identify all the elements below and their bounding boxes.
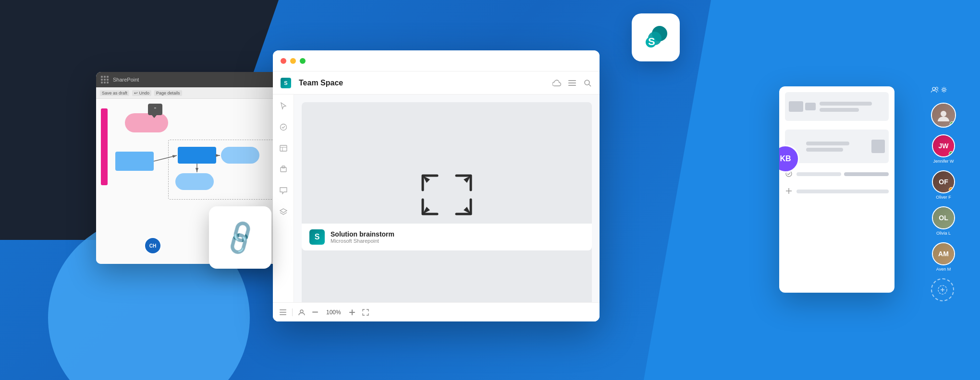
sharepoint-window: SharePoint Save as draft ↩ Undo Page det… (96, 72, 303, 264)
traffic-light-red[interactable] (281, 58, 286, 64)
ua-avatar-aven[interactable]: AM (932, 242, 955, 265)
sp-titlebar: SharePoint (96, 72, 303, 87)
ua-avatar-olivia[interactable]: OL (932, 206, 955, 229)
fullscreen-icon[interactable] (361, 308, 370, 317)
svg-rect-5 (568, 83, 576, 83)
svg-point-32 (936, 87, 938, 90)
search-icon[interactable] (583, 79, 592, 87)
main-window-title: Team Space (299, 79, 343, 87)
svg-text:S: S (648, 36, 655, 48)
diag-rect-blue-2 (178, 147, 216, 164)
sharepoint-svg-icon: S (641, 23, 670, 52)
ua-name-oliver: Oliver F (936, 195, 951, 200)
rp-tool-icon-2 (785, 187, 794, 196)
ua-avatar-main[interactable] (931, 103, 956, 128)
table-icon[interactable] (278, 142, 289, 154)
add-user-button[interactable] (931, 278, 954, 301)
diag-comment-bubble: " (148, 104, 162, 115)
rp-card-2: KB (785, 130, 889, 163)
rp-tool-row-1 (785, 168, 889, 180)
svg-point-34 (941, 111, 946, 117)
svg-rect-14 (282, 166, 285, 168)
sp-icon-small: S (309, 229, 325, 245)
ua-avatar-oliver[interactable]: OF (932, 170, 955, 193)
separator (292, 309, 293, 316)
settings-icon[interactable] (941, 86, 948, 94)
diag-avatar-ch: CH (144, 237, 161, 254)
sp-brand-icon-toolbar: S (281, 78, 291, 88)
mw-body: S Solution brainstorm Microsoft Sharepoi… (273, 95, 600, 321)
link-icon: 🔗 (220, 217, 261, 258)
right-panel: KB (779, 86, 894, 293)
svg-point-33 (943, 89, 945, 91)
svg-rect-23 (312, 312, 318, 313)
svg-rect-4 (568, 80, 576, 81)
svg-point-31 (932, 87, 935, 90)
ua-name-jennifer: Jennifer W (933, 159, 954, 164)
ua-item-olivia: OL Olivia L (931, 206, 956, 236)
sp-canvas: " CH (96, 99, 303, 264)
ua-dot-jennifer (949, 151, 954, 156)
user-avatars: JW Jennifer W OF Oliver F OL Olivia L AM… (931, 86, 956, 301)
diag-pink-oval (125, 113, 168, 132)
ua-name-olivia: Olivia L (936, 231, 951, 236)
main-window: S Team Space (273, 50, 600, 321)
traffic-light-yellow[interactable] (290, 58, 296, 64)
svg-point-9 (280, 124, 286, 131)
svg-rect-21 (280, 314, 286, 315)
ua-dot-oliver (949, 187, 954, 192)
toolbar-icons (552, 79, 592, 87)
svg-rect-25 (349, 312, 355, 313)
svg-rect-19 (280, 309, 286, 310)
sp-title-text: SharePoint (113, 77, 139, 83)
diag-oval-blue-1 (221, 147, 259, 164)
svg-rect-10 (280, 145, 287, 151)
frame-icon[interactable] (278, 164, 289, 175)
ua-name-aven: Aven M (936, 267, 951, 272)
embed-card[interactable]: S Solution brainstorm Microsoft Sharepoi… (302, 102, 592, 314)
link-card: 🔗 (209, 206, 271, 269)
mw-content: S Solution brainstorm Microsoft Sharepoi… (294, 95, 600, 321)
embed-footer: S Solution brainstorm Microsoft Sharepoi… (302, 224, 592, 250)
cursor-icon[interactable] (278, 100, 289, 112)
zoom-level: 100% (326, 309, 341, 316)
sp-undo-btn[interactable]: ↩ Undo (132, 90, 151, 96)
embed-title: Solution brainstorm (331, 230, 394, 238)
svg-point-22 (300, 310, 303, 313)
diag-rect-blue-1 (115, 152, 154, 171)
bottom-bar: 100% (273, 302, 600, 321)
mw-titlebar (273, 50, 600, 71)
sharepoint-floating-icon: S (632, 13, 680, 61)
layer-icon[interactable] (278, 206, 289, 217)
ua-item-jennifer: JW Jennifer W (931, 134, 956, 164)
minus-icon[interactable] (311, 308, 319, 317)
cloud-icon[interactable] (552, 79, 561, 87)
diag-oval-blue-2 (175, 173, 214, 190)
svg-point-7 (585, 80, 589, 85)
menu-icon[interactable] (568, 79, 576, 87)
comment-icon[interactable] (278, 185, 289, 196)
embed-subtitle: Microsoft Sharepoint (331, 238, 394, 244)
sp-toolbar: Save as draft ↩ Undo Page details (96, 87, 303, 99)
expand-arrows-icon (413, 166, 480, 224)
plus-icon[interactable] (348, 308, 356, 317)
person-icon[interactable] (297, 308, 306, 317)
sp-page-details-btn[interactable]: Page details (154, 90, 182, 96)
check-circle-icon[interactable] (278, 121, 289, 133)
svg-rect-6 (568, 85, 576, 86)
list-icon[interactable] (279, 308, 287, 317)
ua-item-oliver: OF Oliver F (931, 170, 956, 200)
people-icon (931, 86, 939, 94)
ua-group-icons (931, 86, 956, 94)
svg-line-8 (589, 84, 591, 86)
svg-rect-20 (280, 312, 286, 313)
ua-avatar-jennifer[interactable]: JW (932, 134, 955, 157)
mw-app-toolbar: S Team Space (273, 71, 600, 95)
embed-footer-text: Solution brainstorm Microsoft Sharepoint (331, 230, 394, 244)
rp-card-1 (785, 92, 889, 121)
ua-item-main (931, 103, 956, 128)
traffic-light-green[interactable] (300, 58, 306, 64)
ua-item-aven: AM Aven M (931, 242, 956, 272)
ua-dot-main (950, 121, 955, 126)
sp-save-btn[interactable]: Save as draft (100, 90, 129, 96)
